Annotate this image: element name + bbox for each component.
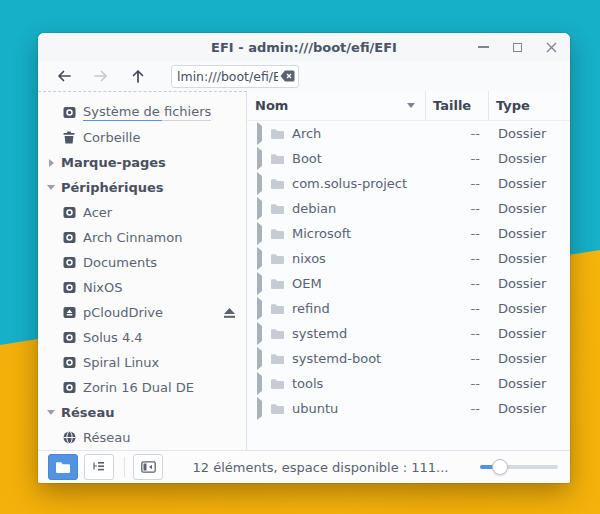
zoom-slider-handle[interactable] <box>492 459 508 475</box>
maximize-icon <box>513 43 522 52</box>
row-expander-icon[interactable] <box>257 151 262 166</box>
clear-location-icon[interactable] <box>280 70 295 82</box>
sidebar-section-peripheriques[interactable]: Périphériques <box>38 175 246 200</box>
drive-icon <box>62 381 76 394</box>
drive-icon <box>62 331 76 344</box>
location-bar <box>171 65 299 88</box>
sidebar: Système de fichiers Corbeille Marque-pag… <box>38 91 247 450</box>
file-rows: Arch -- Dossier Boot -- Dossier com.solu… <box>247 121 570 450</box>
expander-collapsed-icon[interactable] <box>45 159 57 167</box>
row-expander-icon[interactable] <box>257 326 262 341</box>
sidebar-toggle-icon <box>141 461 156 473</box>
file-row-ubuntu[interactable]: ubuntu -- Dossier <box>247 396 570 421</box>
folder-view-icon <box>55 461 71 474</box>
minimize-icon <box>478 46 489 48</box>
folder-icon <box>270 153 285 165</box>
row-expander-icon[interactable] <box>257 401 262 416</box>
sidebar-section-marque-pages[interactable]: Marque-pages <box>38 150 246 175</box>
column-header-nom[interactable]: Nom <box>247 91 425 120</box>
zoom-slider[interactable] <box>480 458 558 476</box>
folder-icon <box>270 253 285 265</box>
folder-icon <box>270 303 285 315</box>
folder-icon <box>270 178 285 190</box>
drive-icon <box>62 281 76 294</box>
file-row-oem[interactable]: OEM -- Dossier <box>247 271 570 296</box>
file-manager-window: EFI - admin:///boot/efi/EFI <box>38 33 570 483</box>
sidebar-item-label: pCloudDrive <box>83 305 163 320</box>
row-expander-icon[interactable] <box>257 126 262 141</box>
file-row-arch[interactable]: Arch -- Dossier <box>247 121 570 146</box>
sidebar-item-nixos[interactable]: NixOS <box>38 275 246 300</box>
back-button[interactable] <box>50 64 78 88</box>
sidebar-item-label: Corbeille <box>83 130 140 145</box>
up-button[interactable] <box>124 64 152 88</box>
sidebar-item-acer[interactable]: Acer <box>38 200 246 225</box>
row-expander-icon[interactable] <box>257 376 262 391</box>
trash-icon <box>62 131 76 144</box>
titlebar[interactable]: EFI - admin:///boot/efi/EFI <box>38 33 570 61</box>
folder-icon <box>270 353 285 365</box>
statusbar: 12 éléments, espace disponible : 111... <box>38 450 570 483</box>
folder-icon <box>270 403 285 415</box>
sort-descending-icon <box>407 103 415 108</box>
file-row-tools[interactable]: tools -- Dossier <box>247 371 570 396</box>
file-row-systemd[interactable]: systemd -- Dossier <box>247 321 570 346</box>
drive-icon <box>62 206 76 219</box>
close-button[interactable] <box>545 41 558 54</box>
sidebar-item-spiral-linux[interactable]: Spiral Linux <box>38 350 246 375</box>
window-controls <box>477 33 558 61</box>
sidebar-item-pclouddrive[interactable]: pCloudDrive <box>38 300 246 325</box>
folder-icon <box>270 203 285 215</box>
folder-icon <box>270 128 285 140</box>
back-icon <box>56 69 72 83</box>
toolbar <box>38 61 570 91</box>
column-header-type[interactable]: Type <box>488 91 570 120</box>
row-expander-icon[interactable] <box>257 201 262 216</box>
file-row-boot[interactable]: Boot -- Dossier <box>247 146 570 171</box>
row-expander-icon[interactable] <box>257 226 262 241</box>
sidebar-item-solus-44[interactable]: Solus 4.4 <box>38 325 246 350</box>
expander-expanded-icon[interactable] <box>45 410 57 415</box>
icon-view-button[interactable] <box>48 454 78 480</box>
row-expander-icon[interactable] <box>257 351 262 366</box>
file-row-com-solus-project[interactable]: com.solus-project -- Dossier <box>247 171 570 196</box>
expander-expanded-icon[interactable] <box>45 185 57 190</box>
minimize-button[interactable] <box>477 41 490 54</box>
forward-button[interactable] <box>87 64 115 88</box>
statusbar-separator <box>124 457 125 477</box>
sidebar-section-reseau[interactable]: Réseau <box>38 400 246 425</box>
sidebar-item-systeme-de-fichiers[interactable]: Système de fichiers <box>38 100 246 125</box>
sidebar-item-documents[interactable]: Documents <box>38 250 246 275</box>
sidebar-section-label: Réseau <box>61 405 114 420</box>
folder-icon <box>270 328 285 340</box>
close-icon <box>546 42 557 53</box>
drive-icon <box>62 356 76 369</box>
toggle-sidebar-button[interactable] <box>133 454 163 480</box>
column-header-taille[interactable]: Taille <box>425 91 488 120</box>
sidebar-item-label: Solus 4.4 <box>83 330 143 345</box>
folder-icon <box>270 278 285 290</box>
sidebar-item-zorin-16-dual-de[interactable]: Zorin 16 Dual DE <box>38 375 246 400</box>
file-row-microsoft[interactable]: Microsoft -- Dossier <box>247 221 570 246</box>
row-expander-icon[interactable] <box>257 251 262 266</box>
sidebar-item-label: Acer <box>83 205 112 220</box>
folder-icon <box>270 378 285 390</box>
sidebar-item-arch-cinnamon[interactable]: Arch Cinnamon <box>38 225 246 250</box>
network-globe-icon <box>62 431 76 444</box>
sidebar-item-reseau[interactable]: Réseau <box>38 425 246 450</box>
file-row-systemd-boot[interactable]: systemd-boot -- Dossier <box>247 346 570 371</box>
sidebar-item-corbeille[interactable]: Corbeille <box>38 125 246 150</box>
eject-button[interactable] <box>223 307 236 319</box>
file-row-refind[interactable]: refind -- Dossier <box>247 296 570 321</box>
sidebar-item-label: Zorin 16 Dual DE <box>83 380 194 395</box>
sidebar-item-label: Arch Cinnamon <box>83 230 182 245</box>
folder-icon <box>270 228 285 240</box>
row-expander-icon[interactable] <box>257 176 262 191</box>
row-expander-icon[interactable] <box>257 276 262 291</box>
file-row-nixos[interactable]: nixos -- Dossier <box>247 246 570 271</box>
row-expander-icon[interactable] <box>257 301 262 316</box>
maximize-button[interactable] <box>511 41 524 54</box>
file-row-debian[interactable]: debian -- Dossier <box>247 196 570 221</box>
removable-drive-icon <box>62 306 76 319</box>
list-view-button[interactable] <box>84 454 114 480</box>
